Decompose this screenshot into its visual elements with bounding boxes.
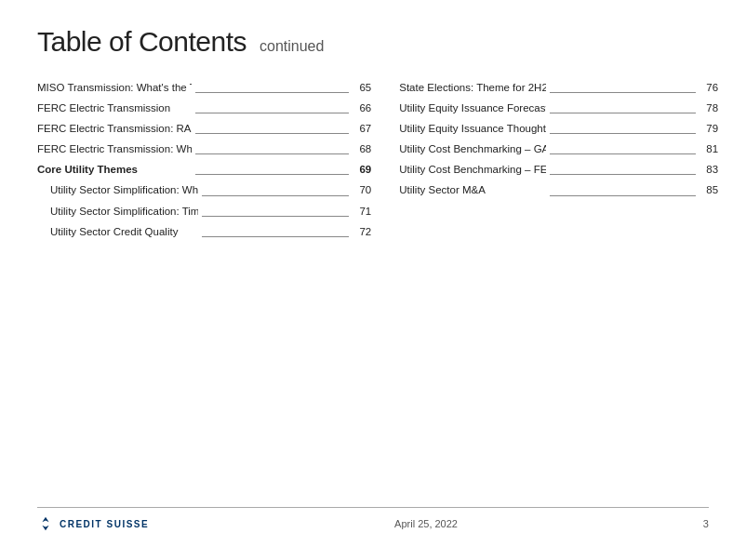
- credit-suisse-icon: [37, 515, 54, 532]
- toc-item-text: Utility Sector M&A: [399, 182, 545, 197]
- toc-left-item-2: FERC Electric Transmission: RAB Growth H…: [37, 121, 371, 136]
- toc-item-page: 79: [699, 121, 718, 136]
- toc-item-page: 70: [353, 182, 371, 197]
- toc-body: MISO Transmission: What's the Timeline?6…: [37, 80, 709, 500]
- toc-item-page: 66: [353, 100, 371, 115]
- toc-item-dots: [202, 236, 350, 237]
- toc-item-text: Core Utility Themes: [37, 162, 192, 177]
- svg-marker-1: [42, 526, 48, 530]
- footer-date: April 25, 2022: [394, 518, 458, 529]
- toc-item-dots: [195, 92, 350, 93]
- logo-label: Credit Suisse: [60, 519, 149, 529]
- toc-item-dots: [550, 195, 696, 196]
- toc-right-item-3: Utility Cost Benchmarking – GAAP Data81: [399, 141, 718, 156]
- toc-item-dots: [195, 174, 350, 175]
- toc-item-page: 65: [353, 80, 371, 95]
- footer-logo: Credit Suisse: [37, 515, 149, 532]
- toc-right-item-1: Utility Equity Issuance Forecasting mode…: [399, 100, 718, 115]
- toc-item-dots: [550, 174, 696, 175]
- page-footer: Credit Suisse April 25, 2022 3: [37, 507, 709, 532]
- toc-item-text: FERC Electric Transmission: Who Is Expos…: [37, 141, 192, 156]
- toc-left-item-3: FERC Electric Transmission: Who Is Expos…: [37, 141, 371, 156]
- toc-left-item-5: Utility Sector Simplification: Where to …: [37, 182, 371, 197]
- toc-item-dots: [195, 133, 350, 134]
- toc-item-dots: [550, 113, 696, 113]
- toc-right-item-2: Utility Equity Issuance Thoughts on forw…: [399, 121, 718, 136]
- toc-item-text: Utility Sector Simplification: Where to …: [50, 182, 198, 197]
- toc-left-item-1: FERC Electric Transmission66: [37, 100, 371, 115]
- toc-item-text: Utility Equity Issuance Thoughts on forw…: [399, 121, 545, 136]
- toc-right-column: State Elections: Theme for 2H2276Utility…: [399, 80, 718, 500]
- toc-right-item-5: Utility Sector M&A85: [399, 182, 718, 197]
- toc-item-text: MISO Transmission: What's the Timeline?: [37, 80, 192, 95]
- toc-item-page: 81: [699, 141, 718, 156]
- toc-item-page: 83: [699, 162, 718, 177]
- toc-item-text: Utility Equity Issuance Forecasting mode…: [399, 100, 545, 115]
- toc-left-item-7: Utility Sector Credit Quality72: [37, 224, 371, 239]
- toc-item-page: 72: [353, 224, 371, 239]
- toc-item-text: FERC Electric Transmission: [37, 100, 192, 115]
- toc-item-dots: [550, 92, 696, 93]
- page-header: Table of Contents continued: [37, 26, 709, 58]
- toc-item-text: State Elections: Theme for 2H22: [399, 80, 545, 95]
- toc-item-page: 78: [699, 100, 718, 115]
- toc-item-page: 68: [353, 141, 371, 156]
- toc-item-dots: [550, 133, 696, 134]
- toc-left-item-0: MISO Transmission: What's the Timeline?6…: [37, 80, 371, 95]
- toc-right-item-4: Utility Cost Benchmarking – FERC Data83: [399, 162, 718, 177]
- footer-page-number: 3: [703, 518, 709, 529]
- svg-marker-0: [42, 517, 48, 522]
- toc-item-dots: [550, 153, 696, 154]
- toc-item-page: 67: [353, 121, 371, 136]
- page-title: Table of Contents: [37, 26, 246, 58]
- toc-item-dots: [195, 153, 350, 154]
- toc-item-page: 69: [353, 162, 371, 177]
- toc-item-text: Utility Sector Simplification: Time to E…: [50, 204, 198, 219]
- toc-left-item-4: Core Utility Themes69: [37, 162, 371, 177]
- toc-item-dots: [195, 113, 350, 113]
- toc-item-dots: [202, 216, 350, 217]
- toc-left-column: MISO Transmission: What's the Timeline?6…: [37, 80, 399, 500]
- toc-item-text: Utility Cost Benchmarking – FERC Data: [399, 162, 545, 177]
- toc-item-page: 71: [353, 204, 371, 219]
- toc-item-text: FERC Electric Transmission: RAB Growth H…: [37, 121, 192, 136]
- page-container: Table of Contents continued MISO Transmi…: [0, 0, 746, 560]
- toc-item-dots: [202, 195, 350, 196]
- toc-item-text: Utility Sector Credit Quality: [50, 224, 198, 239]
- toc-item-page: 76: [699, 80, 718, 95]
- toc-item-text: Utility Cost Benchmarking – GAAP Data: [399, 141, 545, 156]
- page-subtitle: continued: [260, 38, 324, 55]
- toc-right-item-0: State Elections: Theme for 2H2276: [399, 80, 718, 95]
- toc-item-page: 85: [699, 182, 718, 197]
- toc-left-item-6: Utility Sector Simplification: Time to E…: [37, 204, 371, 219]
